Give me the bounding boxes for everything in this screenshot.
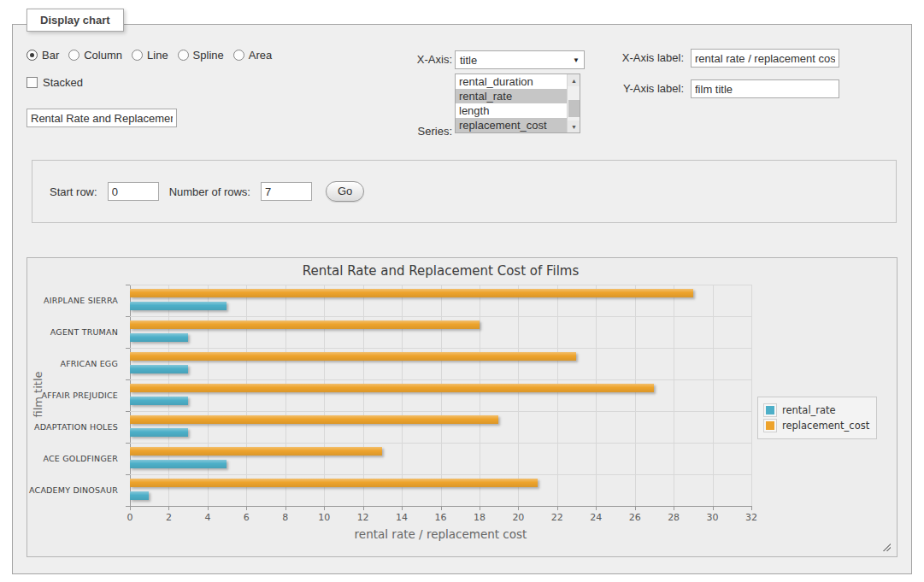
category-band	[130, 443, 751, 474]
bar	[130, 352, 576, 361]
gridline	[751, 285, 752, 506]
legend-swatch	[763, 403, 777, 417]
category-label: ACADEMY DINOSAUR	[27, 474, 124, 506]
legend-swatch-color	[766, 406, 774, 414]
series-listbox[interactable]: rental_durationrental_ratelengthreplacem…	[455, 73, 580, 133]
radio-bar[interactable]: Bar	[26, 49, 59, 62]
bar	[130, 491, 149, 500]
legend-swatch	[763, 419, 777, 432]
category-label: AFFAIR PREJUDICE	[27, 379, 124, 411]
listbox-option[interactable]: length	[456, 103, 580, 118]
chart-type-radiogroup: BarColumnLineSplineArea	[26, 49, 281, 62]
bar	[130, 365, 188, 373]
chevron-down-icon: ▼	[573, 56, 580, 64]
axis-tick	[126, 506, 130, 507]
number-of-rows-label: Number of rows:	[169, 185, 250, 198]
radio-button-icon	[178, 50, 189, 61]
stacked-checkbox[interactable]: Stacked	[26, 76, 83, 89]
y-axis-label-field[interactable]	[691, 79, 839, 98]
bar	[130, 320, 480, 329]
category-label: ADAPTATION HOLES	[27, 411, 124, 443]
radio-area[interactable]: Area	[233, 49, 272, 62]
tick-label: 4	[204, 512, 210, 523]
category-band	[130, 316, 751, 348]
category-band	[130, 348, 751, 379]
legend-item: replacement_cost	[763, 419, 869, 432]
tick-label: 10	[318, 512, 330, 523]
stacked-label: Stacked	[43, 76, 83, 89]
scroll-thumb[interactable]	[568, 100, 580, 117]
start-row-input[interactable]	[108, 182, 159, 201]
scroll-down-icon[interactable]: ▼	[568, 121, 580, 132]
radio-spline[interactable]: Spline	[178, 49, 224, 62]
category-axis-labels: AIRPLANE SIERRAAGENT TRUMANAFRICAN EGGAF…	[27, 285, 124, 506]
tick-label: 8	[282, 512, 288, 523]
tick-label: 24	[590, 512, 602, 523]
x-axis-title: rental rate / replacement cost	[130, 527, 751, 541]
category-band	[130, 285, 751, 316]
category-label: ACE GOLDFINGER	[27, 443, 124, 474]
radio-label: Line	[147, 49, 168, 62]
radio-label: Area	[249, 49, 272, 62]
bar	[130, 447, 382, 456]
chart-panel: Rental Rate and Replacement Cost of Film…	[26, 257, 898, 557]
tick-label: 2	[166, 512, 172, 523]
bar	[130, 384, 654, 392]
x-axis-label: X-Axis:	[380, 53, 452, 66]
bar	[130, 415, 498, 424]
number-of-rows-input[interactable]	[261, 182, 312, 201]
tick-label: 20	[512, 512, 524, 523]
y-axis-label-field-label: Y-Axis label:	[607, 82, 684, 95]
checkbox-icon	[26, 77, 38, 88]
tick-label: 18	[474, 512, 486, 523]
x-axis-selected-value: title	[460, 54, 569, 67]
resize-grip-icon[interactable]	[881, 542, 891, 551]
category-label: AIRPLANE SIERRA	[27, 285, 124, 316]
bar	[130, 289, 693, 297]
chart-legend: rental_ratereplacement_cost	[757, 397, 877, 439]
go-button[interactable]: Go	[326, 181, 364, 202]
radio-column[interactable]: Column	[68, 49, 122, 62]
pager-panel: Start row: Number of rows: Go	[32, 160, 897, 223]
chart-title: Rental Rate and Replacement Cost of Film…	[130, 263, 751, 279]
radio-button-icon	[68, 50, 79, 61]
radio-label: Spline	[193, 49, 224, 62]
legend-label: rental_rate	[782, 404, 836, 416]
radio-button-icon	[233, 50, 244, 61]
series-options: rental_durationrental_ratelengthreplacem…	[456, 74, 580, 132]
tick-label: 16	[435, 512, 447, 523]
page: Display chart BarColumnLineSplineArea St…	[0, 0, 924, 582]
series-label: Series:	[380, 125, 452, 138]
x-axis-label-field[interactable]	[691, 49, 839, 68]
plot-area: 02468101214161820222426283032	[130, 285, 751, 506]
category-label: AGENT TRUMAN	[27, 316, 124, 348]
tick-label: 12	[357, 512, 369, 523]
bar	[130, 302, 227, 310]
tick-label: 14	[396, 512, 408, 523]
legend-swatch-color	[766, 421, 774, 430]
legend-label: replacement_cost	[782, 420, 869, 432]
bar	[130, 397, 188, 405]
tick-label: 26	[629, 512, 641, 523]
category-band	[130, 474, 751, 506]
tick-label: 28	[668, 512, 680, 523]
x-axis-select[interactable]: title ▼	[455, 50, 585, 69]
category-label: AFRICAN EGG	[27, 348, 124, 379]
listbox-option[interactable]: rental_rate	[456, 89, 580, 103]
listbox-option[interactable]: rental_duration	[456, 74, 580, 89]
chart-title-input[interactable]	[26, 109, 177, 127]
radio-line[interactable]: Line	[132, 49, 168, 62]
axis-tick	[751, 506, 752, 510]
listbox-option[interactable]: replacement_cost	[456, 118, 580, 132]
radio-label: Column	[84, 49, 122, 62]
display-chart-tab-label: Display chart	[40, 14, 110, 26]
radio-label: Bar	[42, 49, 59, 62]
tick-label: 6	[244, 512, 250, 523]
display-chart-tab: Display chart	[26, 9, 124, 32]
bar	[130, 460, 227, 468]
bar	[130, 333, 188, 342]
scroll-up-icon[interactable]: ▲	[568, 74, 580, 86]
display-chart-fieldset: Display chart BarColumnLineSplineArea St…	[12, 24, 912, 574]
listbox-scrollbar[interactable]: ▲ ▼	[567, 74, 580, 132]
radio-button-icon	[26, 50, 38, 61]
